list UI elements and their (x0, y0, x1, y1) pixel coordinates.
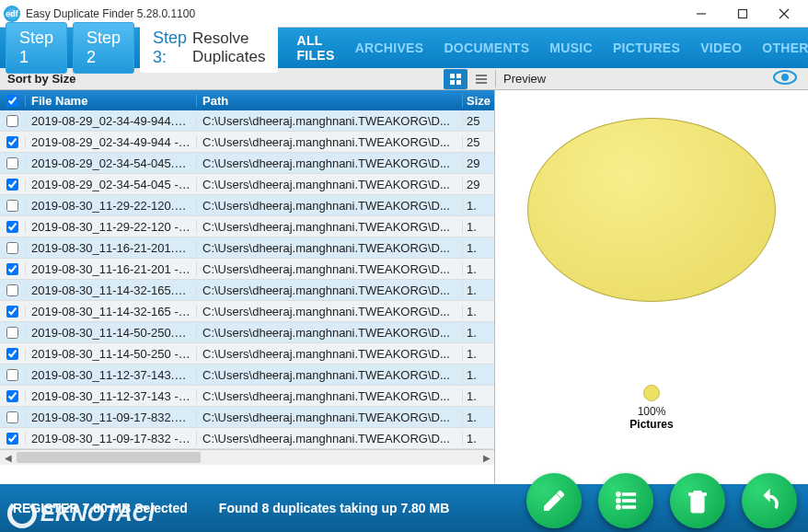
filter-pictures[interactable]: PICTURES (606, 40, 687, 55)
row-checkbox[interactable] (6, 157, 18, 169)
column-size[interactable]: Size (463, 94, 494, 108)
row-checkbox[interactable] (6, 221, 18, 233)
maximize-button[interactable] (721, 1, 763, 27)
filter-archives[interactable]: ARCHIVES (348, 40, 432, 55)
step-3-active[interactable]: Step 3: Resolve Duplicates (140, 23, 278, 73)
table-row[interactable]: 2019-08-30_11-16-21-201.pngC:\Users\dhee… (0, 237, 494, 259)
row-checkbox-cell[interactable] (0, 433, 26, 445)
row-checkbox[interactable] (6, 306, 18, 318)
table-row[interactable]: 2019-08-30_11-14-50-250.pngC:\Users\dhee… (0, 322, 494, 343)
select-list-button[interactable] (598, 473, 653, 528)
row-checkbox-cell[interactable] (0, 263, 26, 275)
table-row[interactable]: 2019-08-30_11-29-22-120 - C...C:\Users\d… (0, 216, 494, 237)
row-checkbox-cell[interactable] (0, 136, 26, 148)
row-checkbox[interactable] (6, 242, 18, 254)
table-row[interactable]: 2019-08-30_11-09-17-832.pngC:\Users\dhee… (0, 407, 494, 428)
row-checkbox-cell[interactable] (0, 284, 26, 296)
row-checkbox[interactable] (6, 411, 18, 423)
row-checkbox[interactable] (6, 327, 18, 339)
row-filename: 2019-08-30_11-29-22-120.png (26, 199, 197, 213)
step-2-button[interactable]: Step 2 (73, 22, 134, 74)
scroll-left-icon[interactable]: ◀ (0, 450, 16, 466)
row-checkbox-cell[interactable] (0, 179, 26, 191)
row-checkbox-cell[interactable] (0, 200, 26, 212)
filter-all-files[interactable]: ALL FILES (289, 33, 341, 63)
svg-rect-9 (450, 80, 455, 85)
svg-point-16 (617, 492, 621, 497)
scroll-thumb[interactable] (17, 452, 201, 463)
row-filename: 2019-08-30_11-16-21-201 - C... (26, 262, 197, 276)
row-filename: 2019-08-29_02-34-54-045.png (26, 156, 197, 170)
row-checkbox[interactable] (6, 390, 18, 402)
close-button[interactable] (763, 1, 804, 27)
table-row[interactable]: 2019-08-30_11-14-50-250 - C...C:\Users\d… (0, 343, 494, 364)
row-checkbox[interactable] (6, 369, 18, 381)
row-checkbox[interactable] (6, 263, 18, 275)
grid-view-icon[interactable] (444, 69, 467, 89)
sub-header: Sort by Size Preview (0, 68, 808, 90)
row-checkbox-cell[interactable] (0, 390, 26, 402)
row-checkbox-cell[interactable] (0, 369, 26, 381)
table-row[interactable]: 2019-08-29_02-34-54-045 - C...C:\Users\d… (0, 174, 494, 195)
undo-button[interactable] (742, 473, 797, 528)
row-checkbox[interactable] (6, 348, 18, 360)
row-path: C:\Users\dheeraj.manghnani.TWEAKORG\D... (197, 135, 463, 149)
row-size: 1. (463, 305, 494, 318)
row-checkbox[interactable] (6, 179, 18, 191)
row-checkbox-cell[interactable] (0, 115, 26, 127)
list-view-icon[interactable] (469, 69, 493, 89)
row-checkbox-cell[interactable] (0, 348, 26, 360)
row-path: C:\Users\dheeraj.manghnani.TWEAKORG\D... (197, 199, 463, 213)
row-checkbox-cell[interactable] (0, 221, 26, 233)
row-filename: 2019-08-30_11-16-21-201.png (26, 241, 197, 255)
row-filename: 2019-08-30_11-12-37-143.png (26, 368, 197, 382)
horizontal-scrollbar[interactable]: ◀ ▶ (0, 449, 494, 465)
filter-music[interactable]: MUSIC (542, 40, 600, 55)
row-size: 1. (463, 262, 494, 276)
row-checkbox-cell[interactable] (0, 411, 26, 423)
register-status[interactable]: REGISTER 7.80 MB Selected (13, 501, 188, 515)
table-row[interactable]: 2019-08-30_11-12-37-143 - C...C:\Users\d… (0, 386, 494, 407)
step-3-subtitle: Resolve Duplicates (192, 29, 265, 66)
row-checkbox-cell[interactable] (0, 242, 26, 254)
table-row[interactable]: 2019-08-30_11-09-17-832 - C...C:\Users\d… (0, 428, 494, 449)
edit-button[interactable] (526, 473, 582, 528)
table-row[interactable]: 2019-08-30_11-12-37-143.pngC:\Users\dhee… (0, 364, 494, 386)
row-checkbox-cell[interactable] (0, 157, 26, 169)
filter-video[interactable]: VIDEO (693, 40, 749, 55)
filter-other[interactable]: OTHER (755, 40, 808, 55)
sort-by-label[interactable]: Sort by Size (0, 72, 444, 86)
delete-button[interactable] (670, 473, 725, 528)
scroll-right-icon[interactable]: ▶ (479, 450, 494, 466)
row-checkbox[interactable] (6, 433, 18, 445)
row-path: C:\Users\dheeraj.manghnani.TWEAKORG\D... (197, 432, 463, 445)
header-checkbox-cell[interactable] (0, 95, 26, 107)
row-path: C:\Users\dheeraj.manghnani.TWEAKORG\D... (197, 347, 463, 361)
column-filename[interactable]: File Name (26, 94, 197, 108)
table-row[interactable]: 2019-08-30_11-14-32-165 - C...C:\Users\d… (0, 301, 494, 322)
table-row[interactable]: 2019-08-29_02-34-49-944 - C...C:\Users\d… (0, 132, 494, 153)
table-row[interactable]: 2019-08-30_11-29-22-120.pngC:\Users\dhee… (0, 195, 494, 216)
row-checkbox[interactable] (6, 136, 18, 148)
svg-rect-8 (456, 74, 461, 78)
preview-eye-icon[interactable] (773, 70, 797, 87)
row-size: 25 (463, 135, 494, 149)
row-checkbox[interactable] (6, 284, 18, 296)
filter-documents[interactable]: DOCUMENTS (436, 40, 537, 55)
select-all-checkbox[interactable] (6, 95, 18, 107)
table-row[interactable]: 2019-08-30_11-16-21-201 - C...C:\Users\d… (0, 259, 494, 280)
table-row[interactable]: 2019-08-30_11-14-32-165.pngC:\Users\dhee… (0, 280, 494, 301)
row-checkbox[interactable] (6, 115, 18, 127)
svg-rect-21 (623, 506, 636, 508)
row-size: 25 (463, 114, 494, 128)
table-row[interactable]: 2019-08-29_02-34-49-944.pngC:\Users\dhee… (0, 110, 494, 132)
main-toolbar: Step 1 Step 2 Step 3: Resolve Duplicates… (0, 28, 808, 68)
minimize-button[interactable] (680, 1, 721, 27)
app-logo-icon: edf (4, 6, 20, 22)
row-checkbox-cell[interactable] (0, 306, 26, 318)
row-checkbox-cell[interactable] (0, 327, 26, 339)
row-checkbox[interactable] (6, 200, 18, 212)
step-1-button[interactable]: Step 1 (6, 22, 67, 74)
table-row[interactable]: 2019-08-29_02-34-54-045.pngC:\Users\dhee… (0, 153, 494, 174)
column-path[interactable]: Path (197, 94, 463, 108)
